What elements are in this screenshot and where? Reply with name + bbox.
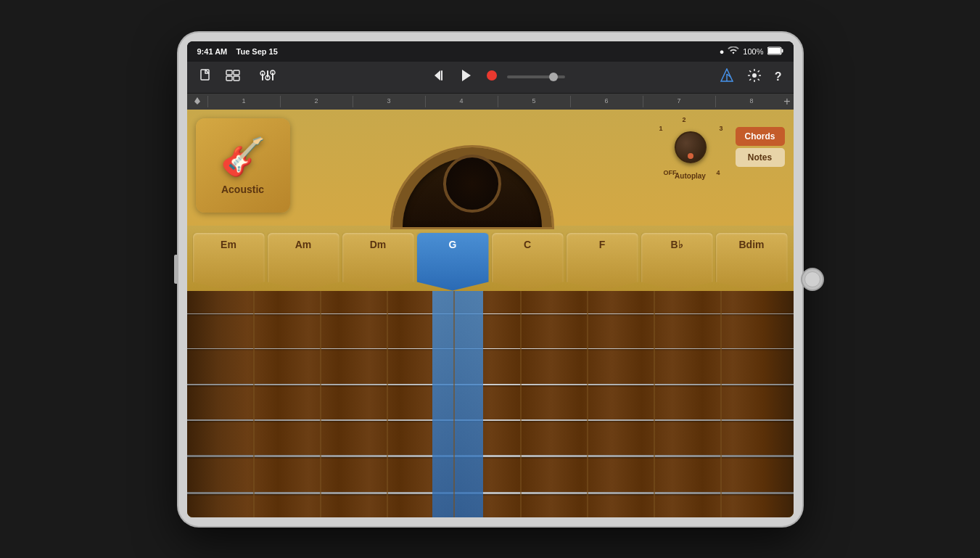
view-button[interactable] xyxy=(222,66,244,89)
settings-button[interactable] xyxy=(744,65,765,89)
svg-rect-2 xyxy=(781,49,783,52)
instrument-name: Acoustic xyxy=(221,184,264,195)
guitar-area: 🎸 Acoustic xyxy=(187,110,794,517)
wifi-icon xyxy=(728,46,739,57)
knob-label-1: 1 xyxy=(659,125,663,132)
svg-rect-6 xyxy=(226,76,232,81)
guitar-icon: 🎸 xyxy=(221,136,265,178)
status-right: ● 100% xyxy=(720,46,783,57)
fret-line xyxy=(587,291,588,517)
volume-slider[interactable] xyxy=(507,75,565,78)
fret-line xyxy=(654,291,655,517)
ruler-mark: 1 xyxy=(207,96,280,107)
ruler-mark: 6 xyxy=(570,96,643,107)
svg-rect-11 xyxy=(267,70,268,78)
chord-key-am[interactable]: Am xyxy=(268,233,339,291)
svg-rect-7 xyxy=(234,76,239,81)
svg-rect-4 xyxy=(226,70,232,75)
mixer-button[interactable] xyxy=(257,66,279,89)
metronome-button[interactable] xyxy=(717,65,737,89)
chord-key-f[interactable]: F xyxy=(567,233,638,291)
knob-label-4: 4 xyxy=(716,169,720,176)
fret-line xyxy=(253,291,255,517)
string-5 xyxy=(187,455,794,457)
chord-key-g[interactable]: G xyxy=(417,233,489,291)
ruler-marks: 1 2 3 4 5 6 7 8 xyxy=(193,96,788,107)
battery-icon xyxy=(767,46,783,57)
signal-icon: ● xyxy=(720,47,725,56)
svg-rect-18 xyxy=(441,70,442,81)
soundhole-container xyxy=(392,118,552,227)
notes-button[interactable]: Notes xyxy=(736,148,785,167)
ruler-mark: 4 xyxy=(425,96,498,107)
ruler-add-button[interactable]: + xyxy=(783,95,790,108)
battery-percent: 100% xyxy=(743,47,763,56)
fret-line xyxy=(720,291,722,517)
autoplay-area: OFF 1 2 3 4 Autoplay xyxy=(654,118,727,180)
knob-container[interactable]: OFF 1 2 3 4 xyxy=(669,126,712,169)
knob-label-2: 2 xyxy=(683,116,686,123)
string-6 xyxy=(187,492,794,494)
svg-rect-1 xyxy=(768,48,781,54)
new-button[interactable] xyxy=(196,65,216,89)
ruler-mark: 8 xyxy=(715,96,788,107)
toolbar-center xyxy=(286,65,709,89)
fret-line xyxy=(320,291,321,517)
main-content: 🎸 Acoustic xyxy=(187,110,794,517)
svg-rect-5 xyxy=(234,70,239,75)
svg-rect-8 xyxy=(262,73,263,81)
svg-marker-19 xyxy=(462,70,471,81)
status-bar: 9:41 AM Tue Sep 15 ● 100% xyxy=(187,41,794,62)
chord-active-bar xyxy=(432,291,483,517)
ipad-frame: 9:41 AM Tue Sep 15 ● 100% xyxy=(178,33,802,526)
chord-key-dm[interactable]: Dm xyxy=(342,233,414,291)
ruler-mark: 2 xyxy=(280,96,353,107)
toolbar: ? xyxy=(187,62,794,94)
side-button[interactable] xyxy=(174,255,177,284)
knob-label-3: 3 xyxy=(719,125,722,132)
chord-key-bb[interactable]: B♭ xyxy=(641,233,713,291)
toolbar-right: ? xyxy=(717,65,785,89)
fret-line xyxy=(387,291,388,517)
home-button[interactable] xyxy=(801,268,824,291)
chord-keys: Em Am Dm G C F B♭ Bdim xyxy=(187,226,794,291)
svg-marker-25 xyxy=(194,97,200,104)
chord-key-c[interactable]: C xyxy=(492,233,564,291)
guitar-top: 🎸 Acoustic xyxy=(187,110,794,226)
string-1 xyxy=(187,313,794,314)
instrument-tile[interactable]: 🎸 Acoustic xyxy=(196,118,290,213)
fret-line xyxy=(453,291,455,517)
chord-key-em[interactable]: Em xyxy=(193,233,265,291)
chords-notes-panel: Chords Notes xyxy=(736,118,785,167)
soundhole xyxy=(443,155,501,213)
knob-label-off: OFF xyxy=(664,169,677,176)
knob-dot xyxy=(688,153,693,159)
play-button[interactable] xyxy=(456,65,477,89)
ipad-screen: 9:41 AM Tue Sep 15 ● 100% xyxy=(187,41,794,517)
help-button[interactable]: ? xyxy=(772,67,785,86)
ruler: 1 2 3 4 5 6 7 8 + xyxy=(187,94,794,110)
toolbar-left xyxy=(196,65,244,89)
status-time-date: 9:41 AM Tue Sep 15 xyxy=(197,47,278,56)
svg-marker-17 xyxy=(435,70,440,81)
fret-line xyxy=(520,291,522,517)
fretboard[interactable] xyxy=(187,291,794,517)
guitar-arch xyxy=(392,147,552,227)
ruler-mark: 7 xyxy=(643,96,715,107)
status-date: Tue Sep 15 xyxy=(236,47,278,56)
autoplay-knob[interactable] xyxy=(675,131,707,163)
chords-button[interactable]: Chords xyxy=(736,127,785,146)
volume-thumb xyxy=(549,73,558,81)
ruler-mark: 3 xyxy=(353,96,425,107)
record-button[interactable] xyxy=(482,66,501,89)
status-time: 9:41 AM xyxy=(197,47,228,56)
home-button-inner xyxy=(804,271,820,287)
string-4 xyxy=(187,419,794,421)
chord-key-bdim[interactable]: Bdim xyxy=(716,233,788,291)
rewind-button[interactable] xyxy=(430,66,450,89)
svg-point-24 xyxy=(752,73,757,78)
ruler-mark: 5 xyxy=(498,96,570,107)
string-3 xyxy=(187,384,794,385)
string-2 xyxy=(187,348,794,349)
svg-point-20 xyxy=(487,70,497,81)
